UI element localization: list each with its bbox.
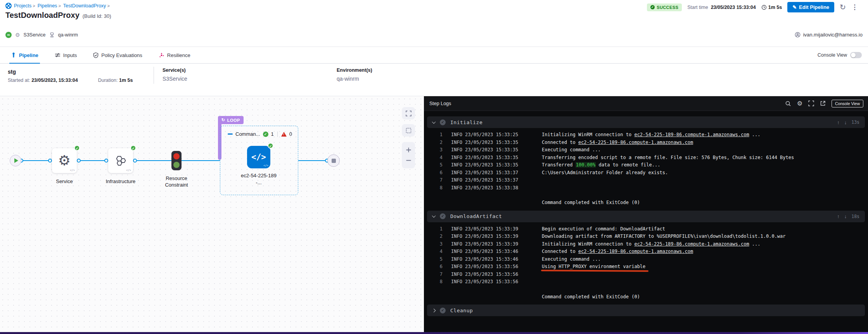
log-timestamp: 23/05/2023 15:33:39 xyxy=(465,225,542,233)
zoom-out-icon[interactable] xyxy=(406,157,412,163)
bottom-accent-bar xyxy=(0,332,868,334)
service-tag[interactable]: S3Service xyxy=(24,32,46,38)
gear-icon: ⚙ xyxy=(58,154,71,168)
user-email: ivan.mijailovic@harness.io xyxy=(803,32,863,38)
log-line: 6INFO23/05/2023 15:33:56Using HTTP_PROXY… xyxy=(427,263,865,271)
log-section-header[interactable]: ✓Cleanup xyxy=(427,305,865,316)
group-name[interactable]: Comman... xyxy=(235,131,260,137)
log-level: INFO xyxy=(451,278,465,286)
node-service[interactable]: ⚙ ✓ </> xyxy=(52,148,77,173)
code-icon: </> xyxy=(251,152,266,162)
node-resource-constraint[interactable] xyxy=(171,151,182,170)
settings-gear-icon[interactable]: ⚙ xyxy=(797,100,802,107)
log-level: INFO xyxy=(451,225,465,233)
log-section-header[interactable]: ✓DownloadArtifact↑↓18s xyxy=(427,211,865,222)
tab-policy-evaluations[interactable]: Policy Evaluations xyxy=(92,47,144,63)
log-message: Executing command ... xyxy=(542,256,601,262)
log-link[interactable]: ec2-54-225-189-86.compute-1.amazonaws.co… xyxy=(634,132,749,137)
breadcrumb-pipeline-name[interactable]: TestDownloadProxy xyxy=(63,3,110,9)
log-line: 7INFO23/05/2023 15:33:56 xyxy=(427,271,865,279)
log-line-number: 3 xyxy=(436,241,443,248)
execution-status-bar: ✓ SUCCESS Start time 23/05/2023 15:33:04… xyxy=(647,2,858,12)
console-view-toggle-row: Console View xyxy=(818,47,862,63)
edit-pipeline-button[interactable]: ✎ Edit Pipeline xyxy=(787,2,834,12)
canvas-zoom-controls[interactable] xyxy=(402,142,415,168)
log-line: 6INFO23/05/2023 15:33:37C:\Users\Adminis… xyxy=(427,169,865,177)
pipeline-icon xyxy=(11,52,16,58)
scroll-to-bottom-icon[interactable]: ↓ xyxy=(844,119,847,125)
connector-dot xyxy=(104,159,108,163)
traffic-light-green xyxy=(173,162,180,168)
breadcrumb: Projects Pipelines TestDownloadProxy xyxy=(5,3,110,9)
kebab-menu-icon[interactable]: ⋮ xyxy=(851,4,858,10)
console-view-button[interactable]: Console View xyxy=(832,100,863,107)
log-level: INFO xyxy=(451,256,465,263)
log-section: ✓Cleanup xyxy=(427,305,865,316)
play-icon xyxy=(14,158,18,163)
log-link[interactable]: ec2-54-225-189-86.compute-1.amazonaws.co… xyxy=(578,140,693,145)
log-text: Transferred xyxy=(542,162,576,168)
tab-inputs[interactable]: Inputs xyxy=(53,47,78,63)
log-section-header[interactable]: ✓Initialize↑↓13s xyxy=(427,116,865,128)
scroll-to-bottom-icon[interactable]: ↓ xyxy=(844,213,847,219)
log-link[interactable]: ec2-54-225-189-86.compute-1.amazonaws.co… xyxy=(578,249,693,254)
service-name[interactable]: S3Service xyxy=(163,76,187,82)
inputs-icon xyxy=(55,52,61,58)
success-count: 1 xyxy=(271,131,274,137)
code-icon: </> xyxy=(126,169,131,172)
log-section: ✓DownloadArtifact↑↓18s1INFO23/05/2023 15… xyxy=(427,211,865,302)
log-line: 1INFO23/05/2023 15:33:39Begin execution … xyxy=(427,225,865,233)
node-command-step[interactable]: </> ✓ </> xyxy=(247,146,270,168)
environment-name[interactable]: qa-winrm xyxy=(337,76,372,82)
log-link[interactable]: ec2-54-225-189-86.compute-1.amazonaws.co… xyxy=(634,241,749,247)
zoom-in-icon[interactable] xyxy=(406,147,412,153)
log-sections: ✓Initialize↑↓13s1INFO23/05/2023 15:33:25… xyxy=(424,111,868,334)
console-view-toggle[interactable] xyxy=(850,52,862,58)
pipeline-tags: ∞ ⚙ S3Service qa-winrm xyxy=(5,32,78,38)
divider xyxy=(277,132,278,137)
connector-dot xyxy=(133,159,137,163)
tab-pipeline[interactable]: Pipeline xyxy=(9,47,40,63)
collapse-icon[interactable] xyxy=(228,133,233,135)
canvas-fit-button[interactable] xyxy=(402,124,415,137)
divider xyxy=(154,67,154,84)
log-line: 7INFO23/05/2023 15:33:37 xyxy=(427,177,865,184)
start-node[interactable] xyxy=(10,155,21,166)
log-line: 5INFO23/05/2023 15:33:35Transferred 100.… xyxy=(427,161,865,169)
pipeline-canvas[interactable]: ⚙ ✓ </> Service ✓ </> Infrastructure Res… xyxy=(0,96,424,334)
log-level: INFO xyxy=(451,271,465,279)
log-message: Initializing WinRM connection to ec2-54-… xyxy=(542,241,761,247)
log-line: 8INFO23/05/2023 15:33:38 xyxy=(427,184,865,192)
clock-icon xyxy=(761,5,767,10)
scroll-to-top-icon[interactable]: ↑ xyxy=(837,119,840,125)
open-in-new-icon[interactable] xyxy=(820,100,826,106)
scroll-to-top-icon[interactable]: ↑ xyxy=(837,213,840,219)
expand-icon[interactable] xyxy=(808,100,814,106)
log-timestamp: 23/05/2023 15:33:56 xyxy=(465,271,542,279)
environment-tag[interactable]: qa-winrm xyxy=(58,32,78,38)
chevron-right-icon xyxy=(432,308,436,312)
refresh-icon[interactable]: ↻ xyxy=(840,3,846,11)
log-timestamp: 23/05/2023 15:33:39 xyxy=(465,241,542,248)
canvas-fullscreen-button[interactable] xyxy=(402,107,415,119)
cd-module-icon: ∞ xyxy=(5,32,12,38)
log-level: INFO xyxy=(451,169,465,177)
log-text: Connected to xyxy=(542,249,578,254)
node-label-command-step: ec2-54-225-189-... xyxy=(241,172,277,186)
loop-icon: ↻ xyxy=(221,118,225,123)
failed-count-icon xyxy=(281,132,287,137)
log-body: 1INFO23/05/2023 15:33:25Initializing Win… xyxy=(427,128,865,208)
stage-summary-bar: stg Started at: 23/05/2023, 15:33:04 Dur… xyxy=(0,64,868,96)
stop-icon xyxy=(332,159,336,163)
node-infrastructure[interactable]: ✓ </> xyxy=(108,148,133,173)
search-icon[interactable] xyxy=(785,100,791,107)
stage-name[interactable]: stg xyxy=(8,69,16,75)
pencil-icon: ✎ xyxy=(792,4,797,10)
code-icon: </> xyxy=(70,169,75,172)
environments-block: Environment(s) qa-winrm xyxy=(337,67,372,82)
breadcrumb-pipelines[interactable]: Pipelines xyxy=(38,3,61,9)
breadcrumb-projects[interactable]: Projects xyxy=(14,3,35,9)
tab-resilience[interactable]: Resilience xyxy=(157,47,192,63)
step-status-icon: ✓ xyxy=(440,119,446,125)
success-check-icon: ✓ xyxy=(130,145,136,151)
